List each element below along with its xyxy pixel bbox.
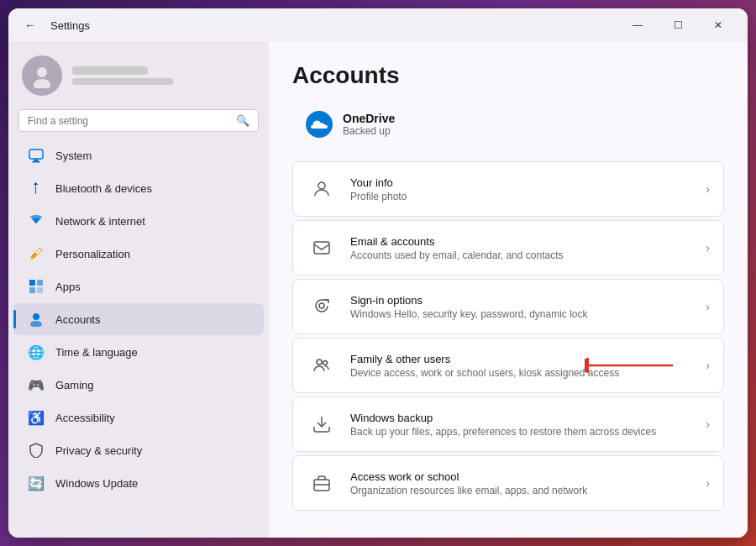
minimize-button[interactable]: —	[618, 12, 657, 39]
signin-text: Sign-in options Windows Hello, security …	[350, 294, 692, 320]
email-subtitle: Accounts used by email, calendar, and co…	[350, 249, 692, 261]
settings-item-backup[interactable]: Windows backup Back up your files, apps,…	[292, 396, 724, 452]
svg-point-13	[319, 303, 324, 308]
settings-window: ← Settings — ☐ ✕	[8, 8, 748, 538]
search-icon: 🔍	[236, 114, 249, 127]
family-chevron: ›	[706, 359, 710, 372]
user-info	[72, 66, 173, 85]
settings-list: Your info Profile photo › Email & accoun…	[292, 161, 724, 511]
back-button[interactable]: ←	[18, 13, 42, 37]
svg-rect-2	[29, 150, 43, 159]
sidebar: 🔍 System ⭡ Bluetooth & devices	[8, 42, 269, 538]
sidebar-label-accessibility: Accessibility	[55, 412, 115, 424]
sidebar-label-gaming: Gaming	[55, 379, 94, 391]
time-icon: 🌐	[27, 343, 45, 361]
backup-chevron: ›	[706, 417, 710, 431]
onedrive-icon	[306, 111, 333, 138]
onedrive-status: Backed up	[343, 125, 395, 137]
svg-point-15	[323, 361, 328, 365]
sidebar-item-privacy[interactable]: Privacy & security	[13, 434, 264, 466]
your-info-icon	[307, 174, 337, 204]
work-subtitle: Organization resources like email, apps,…	[350, 485, 692, 496]
title-bar: ← Settings — ☐ ✕	[8, 8, 748, 42]
sidebar-item-bluetooth[interactable]: ⭡ Bluetooth & devices	[13, 172, 264, 204]
onedrive-banner: OneDrive Backed up	[292, 102, 724, 146]
sidebar-label-apps: Apps	[55, 281, 81, 293]
accounts-icon	[27, 310, 45, 328]
your-info-subtitle: Profile photo	[350, 191, 692, 202]
sidebar-item-personalization[interactable]: 🖌 Personalization	[13, 238, 264, 270]
sidebar-item-apps[interactable]: Apps	[13, 270, 264, 302]
search-input[interactable]	[28, 115, 231, 127]
sidebar-item-time[interactable]: 🌐 Time & language	[13, 336, 264, 368]
svg-point-9	[33, 313, 39, 320]
accessibility-icon: ♿	[27, 408, 45, 427]
settings-item-signin[interactable]: Sign-in options Windows Hello, security …	[292, 279, 724, 334]
settings-item-email[interactable]: Email & accounts Accounts used by email,…	[292, 220, 724, 276]
signin-subtitle: Windows Hello, security key, password, d…	[350, 308, 692, 320]
settings-item-your-info[interactable]: Your info Profile photo ›	[292, 161, 724, 217]
email-text: Email & accounts Accounts used by email,…	[350, 235, 692, 261]
gaming-icon: 🎮	[27, 375, 45, 394]
backup-subtitle: Back up your files, apps, preferences to…	[350, 426, 692, 438]
sidebar-label-bluetooth: Bluetooth & devices	[55, 182, 152, 195]
maximize-button[interactable]: ☐	[659, 12, 697, 39]
sidebar-item-update[interactable]: 🔄 Windows Update	[13, 467, 264, 499]
svg-rect-7	[29, 287, 35, 293]
system-icon	[27, 146, 45, 165]
sidebar-item-network[interactable]: Network & internet	[13, 205, 264, 237]
annotation-arrow	[585, 358, 677, 373]
nav-list: System ⭡ Bluetooth & devices Network & i…	[8, 139, 269, 500]
svg-point-10	[30, 321, 42, 327]
signin-title: Sign-in options	[350, 294, 692, 307]
family-icon	[307, 350, 337, 381]
backup-icon	[307, 409, 337, 439]
svg-rect-5	[29, 280, 35, 286]
sidebar-label-network: Network & internet	[55, 215, 145, 228]
svg-point-0	[37, 67, 47, 77]
svg-rect-8	[37, 287, 43, 293]
signin-chevron: ›	[706, 300, 710, 313]
personalization-icon: 🖌	[27, 244, 45, 263]
apps-icon	[27, 277, 45, 296]
bluetooth-icon: ⭡	[27, 179, 45, 197]
window-title: Settings	[50, 19, 90, 32]
email-chevron: ›	[706, 241, 710, 255]
email-icon	[307, 233, 337, 263]
work-title: Access work or school	[350, 470, 692, 483]
sidebar-label-update: Windows Update	[55, 477, 138, 490]
search-box[interactable]: 🔍	[18, 109, 259, 132]
settings-item-work[interactable]: Access work or school Organization resou…	[292, 455, 724, 511]
sidebar-item-system[interactable]: System	[13, 139, 264, 171]
sidebar-label-system: System	[55, 150, 92, 162]
work-icon	[307, 468, 337, 498]
svg-point-1	[34, 79, 50, 88]
svg-rect-4	[32, 161, 40, 163]
close-button[interactable]: ✕	[699, 12, 738, 39]
sidebar-label-personalization: Personalization	[55, 248, 130, 260]
main-content: Accounts OneDrive Backed up	[269, 42, 748, 538]
your-info-chevron: ›	[706, 182, 710, 196]
svg-rect-3	[34, 160, 39, 161]
onedrive-title: OneDrive	[343, 112, 395, 125]
email-title: Email & accounts	[350, 235, 692, 248]
settings-item-family[interactable]: Family & other users Device access, work…	[292, 338, 724, 393]
your-info-title: Your info	[350, 176, 692, 189]
sidebar-item-accounts[interactable]: Accounts	[13, 303, 264, 335]
sidebar-item-gaming[interactable]: 🎮 Gaming	[13, 369, 264, 401]
signin-icon	[307, 291, 337, 322]
sidebar-label-time: Time & language	[55, 346, 138, 359]
sidebar-label-privacy: Privacy & security	[55, 444, 142, 457]
svg-rect-12	[314, 242, 329, 254]
user-profile	[8, 42, 269, 106]
network-icon	[27, 212, 45, 230]
svg-point-14	[317, 360, 322, 365]
backup-text: Windows backup Back up your files, apps,…	[350, 412, 692, 438]
page-title: Accounts	[292, 62, 724, 89]
sidebar-item-accessibility[interactable]: ♿ Accessibility	[13, 402, 264, 433]
svg-rect-6	[37, 280, 43, 286]
privacy-icon	[27, 441, 45, 459]
work-text: Access work or school Organization resou…	[350, 470, 692, 496]
work-chevron: ›	[706, 476, 710, 490]
update-icon: 🔄	[27, 474, 45, 492]
